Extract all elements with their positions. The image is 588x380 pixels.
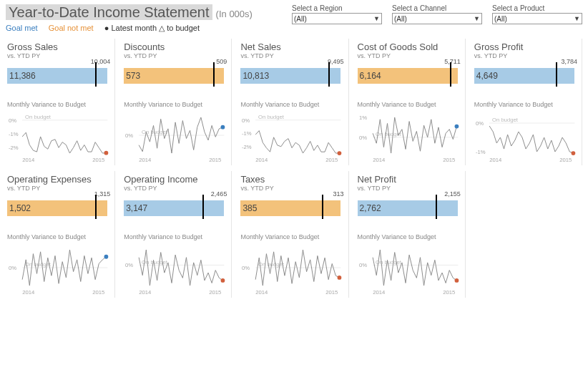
sparkline: On budget 0%-1% 2014 2015 — [474, 108, 577, 164]
target-line-icon — [450, 62, 451, 87]
card-title: Taxes — [240, 174, 343, 185]
bullet-chart: 9,495 10,813 — [240, 67, 343, 94]
page-title: Year-to-Date Income Statement — [6, 4, 212, 20]
spark-title: Monthly Variance to Budget — [240, 233, 343, 240]
filter-select[interactable]: (All) ▼ — [292, 13, 382, 24]
card-title: Net Sales — [240, 42, 343, 52]
target-label: 10,004 — [91, 58, 111, 65]
latest-dot-icon — [338, 151, 342, 155]
actual-bar: 11,386 — [7, 68, 107, 84]
svg-text:2015: 2015 — [559, 157, 572, 163]
actual-bar: 573 — [124, 68, 224, 84]
svg-text:2014: 2014 — [373, 289, 386, 296]
svg-text:0%: 0% — [125, 262, 133, 268]
sparkline: On budget 0% 2014 2015 — [358, 240, 461, 296]
header: Year-to-Date Income Statement (In 000s) … — [6, 4, 582, 33]
bullet-chart: 2,465 3,147 — [124, 199, 227, 226]
filter-select[interactable]: (All) ▼ — [492, 13, 582, 24]
filter-0: Select a Region (All) ▼ — [292, 4, 382, 24]
target-line-icon — [95, 195, 97, 219]
legend-latest: ● Latest month △ to budget — [104, 24, 200, 32]
svg-text:2015: 2015 — [209, 157, 221, 163]
svg-text:On budget: On budget — [376, 259, 402, 265]
svg-text:-1%: -1% — [9, 131, 19, 137]
latest-dot-icon — [221, 278, 225, 283]
units-label: (In 000s) — [216, 9, 253, 19]
spark-title: Monthly Variance to Budget — [124, 233, 227, 240]
card-gross-profit: Gross Profit vs. YTD PY 3,784 4,649 Mont… — [473, 39, 582, 165]
svg-text:2015: 2015 — [326, 157, 338, 163]
svg-text:2014: 2014 — [256, 157, 269, 163]
card-subtitle: vs. YTD PY — [240, 185, 343, 192]
filter-label: Select a Region — [292, 4, 382, 12]
card-title: Operating Expenses — [7, 174, 110, 185]
svg-text:2015: 2015 — [443, 289, 455, 296]
svg-text:2015: 2015 — [92, 289, 104, 296]
latest-dot-icon — [221, 125, 225, 130]
svg-text:On budget: On budget — [492, 117, 519, 123]
filter-value: (All) — [394, 15, 407, 23]
svg-text:On budget: On budget — [142, 259, 168, 265]
target-line-icon — [322, 195, 323, 219]
svg-text:2015: 2015 — [326, 289, 338, 296]
spark-title: Monthly Variance to Budget — [474, 101, 577, 108]
filters: Select a Region (All) ▼ Select a Channel… — [292, 4, 582, 24]
card-title: Gross Profit — [474, 42, 577, 52]
sparkline: On budget 0%-1%-2% 2014 2015 — [7, 108, 110, 164]
sparkline: On budget 1%0% 2014 2015 — [358, 108, 461, 164]
actual-bar: 10,813 — [240, 68, 340, 84]
actual-bar: 385 — [240, 200, 340, 216]
card-subtitle: vs. YTD PY — [124, 52, 227, 59]
svg-text:0%: 0% — [359, 262, 367, 268]
sparkline: On budget 0% 2014 2015 — [240, 240, 343, 296]
svg-text:2014: 2014 — [373, 157, 386, 163]
card-title: Net Profit — [358, 174, 461, 185]
spark-title: Monthly Variance to Budget — [358, 101, 461, 108]
card-title: Discounts — [124, 42, 227, 52]
bullet-chart: 5,711 6,164 — [358, 67, 461, 94]
card-taxes: Taxes vs. YTD PY 313 385 Monthly Varianc… — [239, 171, 348, 298]
card-title: Operating Income — [124, 174, 227, 185]
filter-2: Select a Product (All) ▼ — [492, 4, 582, 24]
svg-text:On budget: On budget — [25, 114, 52, 120]
card-title: Gross Sales — [7, 42, 110, 52]
latest-dot-icon — [454, 125, 459, 129]
target-label: 2,465 — [211, 190, 227, 198]
svg-text:-1%: -1% — [242, 130, 252, 137]
filter-value: (All) — [294, 15, 307, 23]
filter-label: Select a Channel — [392, 4, 482, 12]
card-cogs: Cost of Goods Sold vs. YTD PY 5,711 6,16… — [356, 39, 466, 165]
target-line-icon — [556, 62, 557, 87]
card-title: Cost of Goods Sold — [358, 42, 461, 52]
spark-title: Monthly Variance to Budget — [358, 233, 461, 240]
svg-text:1%: 1% — [359, 115, 367, 121]
svg-text:2014: 2014 — [22, 289, 35, 296]
target-line-icon — [202, 195, 204, 219]
svg-text:2014: 2014 — [139, 157, 152, 163]
svg-text:-2%: -2% — [9, 145, 19, 151]
bullet-chart: 2,155 2,762 — [358, 199, 461, 226]
latest-dot-icon — [454, 278, 459, 283]
svg-text:2014: 2014 — [256, 289, 269, 296]
latest-dot-icon — [104, 255, 109, 259]
target-label: 1,315 — [94, 190, 111, 198]
svg-text:2014: 2014 — [139, 289, 152, 296]
target-line-icon — [328, 62, 330, 87]
sparkline: On budget 0% 2014 2015 — [7, 240, 110, 296]
target-label: 5,711 — [444, 58, 461, 65]
actual-bar: 6,164 — [358, 68, 458, 84]
target-label: 2,155 — [444, 190, 461, 198]
svg-text:0%: 0% — [125, 132, 133, 139]
svg-text:-2%: -2% — [242, 144, 252, 150]
actual-bar: 2,762 — [358, 200, 458, 216]
legend: Goal met Goal not met ● Latest month △ t… — [6, 24, 279, 33]
target-label: 509 — [216, 58, 227, 65]
card-op-income: Operating Income vs. YTD PY 2,465 3,147 … — [122, 171, 232, 298]
title-block: Year-to-Date Income Statement (In 000s) … — [6, 4, 279, 33]
svg-text:2015: 2015 — [443, 157, 455, 163]
filter-select[interactable]: (All) ▼ — [392, 13, 482, 24]
bullet-chart: 10,004 11,386 — [7, 67, 110, 94]
svg-text:0%: 0% — [242, 265, 250, 271]
bullet-chart: 313 385 — [240, 199, 343, 226]
filter-label: Select a Product — [492, 4, 582, 12]
